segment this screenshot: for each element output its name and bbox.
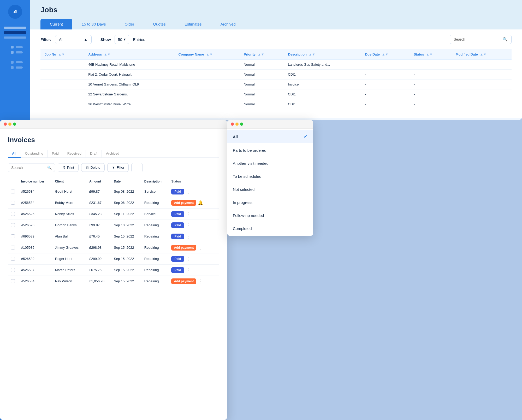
dropdown-item[interactable]: In progress bbox=[227, 197, 313, 208]
row-checkbox[interactable] bbox=[11, 246, 15, 249]
inv-tab-all[interactable]: All bbox=[8, 150, 21, 158]
dropdown-item[interactable]: Another visit needed bbox=[227, 157, 313, 169]
row-more-icon[interactable]: ⋮ bbox=[186, 234, 191, 239]
col-invoice-no[interactable]: Invoice number bbox=[18, 177, 52, 186]
inv-tab-paid[interactable]: Paid bbox=[48, 150, 63, 158]
cell-inv-date: Sep 15, 2022 bbox=[111, 242, 141, 253]
cell-inv-date: Sep 15, 2022 bbox=[111, 264, 141, 276]
col-amount[interactable]: Amount bbox=[86, 177, 111, 186]
dropdown-item[interactable]: Follow-up needed bbox=[227, 210, 313, 221]
filter-button[interactable]: ▼ Filter bbox=[107, 163, 129, 172]
col-date[interactable]: Date bbox=[111, 177, 141, 186]
delete-icon: 🗑 bbox=[86, 166, 89, 169]
delete-button[interactable]: 🗑 Delete bbox=[81, 163, 105, 172]
invoices-search[interactable]: 🔍 bbox=[8, 163, 55, 172]
dropdown-item[interactable]: Completed bbox=[227, 223, 313, 234]
sidebar-item-6[interactable] bbox=[16, 61, 23, 63]
row-more-icon[interactable]: ⋮ bbox=[186, 211, 191, 217]
status-badge-add[interactable]: Add payment bbox=[171, 200, 196, 206]
tab-archived[interactable]: Archived bbox=[211, 19, 245, 29]
row-checkbox[interactable] bbox=[11, 190, 15, 193]
row-more-icon[interactable]: ⋮ bbox=[198, 278, 203, 284]
bell-icon[interactable]: 🔔 bbox=[198, 200, 203, 205]
col-client[interactable]: Client bbox=[52, 177, 86, 186]
jobs-search-box[interactable]: 🔍 bbox=[450, 35, 512, 44]
status-badge-add[interactable]: Add payment bbox=[171, 278, 196, 284]
row-checkbox[interactable] bbox=[11, 212, 15, 216]
dropdown-close-dot[interactable] bbox=[231, 123, 234, 126]
row-more-icon[interactable]: ⋮ bbox=[186, 189, 191, 194]
col-inv-desc[interactable]: Description bbox=[141, 177, 168, 186]
col-due-date[interactable]: Due Date ▲▼ bbox=[361, 49, 410, 60]
sidebar-dot-1 bbox=[11, 46, 14, 48]
tab-estimates[interactable]: Estimates bbox=[175, 19, 211, 29]
invoice-table-row[interactable]: #256584 Bobby More £231.67 Sep 06, 2022 … bbox=[8, 197, 219, 208]
row-checkbox[interactable] bbox=[11, 201, 15, 205]
col-address[interactable]: Address ▲▼ bbox=[84, 49, 174, 60]
invoice-table-row[interactable]: #526534 Ray Wilson £1,056.78 Sep 15, 202… bbox=[8, 276, 219, 287]
sort-job-no-icon: ▲▼ bbox=[58, 52, 65, 56]
window-minimize-dot[interactable] bbox=[8, 123, 11, 126]
jobs-table-row[interactable]: 10 Vernet Gardens, Oldham, OL9 Normal In… bbox=[40, 80, 512, 89]
show-select[interactable]: 50 ▾ bbox=[115, 35, 129, 44]
invoice-table-row[interactable]: #526587 Martin Peters £675.75 Sep 15, 20… bbox=[8, 264, 219, 276]
invoices-search-input[interactable] bbox=[11, 166, 45, 170]
sidebar-item-3[interactable] bbox=[4, 36, 26, 39]
col-job-no[interactable]: Job No ▲▼ bbox=[40, 49, 84, 60]
col-modified[interactable]: Modified Date ▲▼ bbox=[452, 49, 512, 60]
row-more-icon[interactable]: ⋮ bbox=[186, 267, 191, 273]
invoice-table-row[interactable]: #526589 Roger Hunt £299.99 Sep 15, 2022 … bbox=[8, 253, 219, 264]
row-checkbox[interactable] bbox=[11, 279, 15, 283]
jobs-table-row[interactable]: 46B Hackney Road, Maidstone Normal Landl… bbox=[40, 60, 512, 70]
col-priority[interactable]: Priority ▲▼ bbox=[240, 49, 284, 60]
jobs-search-input[interactable] bbox=[454, 37, 501, 41]
jobs-table-row[interactable]: Flat 2, Cedar Court, Hainault Normal CDI… bbox=[40, 70, 512, 80]
cell-job-no bbox=[40, 89, 84, 99]
row-more-icon[interactable]: ⋮ bbox=[198, 245, 203, 251]
dropdown-item[interactable]: Not selected bbox=[227, 184, 313, 195]
sidebar-item-4[interactable] bbox=[16, 46, 23, 48]
invoice-table-row[interactable]: #696589 Alan Ball £76.45 Sep 15, 2022 Re… bbox=[8, 231, 219, 242]
print-button[interactable]: 🖨 Print bbox=[58, 163, 79, 172]
status-badge-add[interactable]: Add payment bbox=[171, 245, 196, 251]
inv-tab-received[interactable]: Received bbox=[63, 150, 86, 158]
filter-select[interactable]: All ▲ bbox=[55, 35, 92, 44]
row-more-icon[interactable]: ⋮ bbox=[186, 256, 191, 262]
jobs-table-row[interactable]: 36 Westminster Drive, Wirral, Normal CDI… bbox=[40, 99, 512, 109]
col-inv-status[interactable]: Status bbox=[168, 177, 219, 186]
col-status[interactable]: Status ▲▼ bbox=[410, 49, 452, 60]
col-company[interactable]: Company Name ▲▼ bbox=[174, 49, 240, 60]
sidebar-item-5[interactable] bbox=[16, 51, 23, 53]
row-checkbox[interactable] bbox=[11, 234, 15, 238]
row-checkbox[interactable] bbox=[11, 223, 15, 227]
invoice-table-row[interactable]: #526534 Geoff Hurst £99.87 Sep 08, 2022 … bbox=[8, 186, 219, 197]
invoice-table-row[interactable]: #526525 Nobby Stiles £345.23 Sep 11, 202… bbox=[8, 208, 219, 220]
sidebar-item-2[interactable] bbox=[4, 31, 26, 34]
jobs-table-row[interactable]: 22 Sewardstone Gardens, Normal CDI1 - - bbox=[40, 89, 512, 99]
row-more-icon[interactable]: ⋮ bbox=[186, 222, 191, 228]
dropdown-item[interactable]: All ✓ bbox=[227, 130, 313, 143]
window-close-dot[interactable] bbox=[4, 123, 7, 126]
tab-older[interactable]: Older bbox=[115, 19, 144, 29]
sidebar-item-1[interactable] bbox=[4, 27, 26, 29]
tab-current[interactable]: Current bbox=[40, 19, 72, 29]
dropdown-expand-dot[interactable] bbox=[240, 123, 243, 126]
sidebar-logo[interactable] bbox=[8, 5, 22, 19]
row-more-icon[interactable]: ⋮ bbox=[205, 200, 209, 206]
tab-15-30[interactable]: 15 to 30 Days bbox=[72, 19, 115, 29]
more-options-button[interactable]: ⋮ bbox=[131, 163, 143, 172]
col-description[interactable]: Description ▲▼ bbox=[284, 49, 361, 60]
invoice-table-row[interactable]: #526520 Gordon Banks £99.87 Sep 10, 2022… bbox=[8, 220, 219, 231]
inv-tab-archived[interactable]: Archived bbox=[102, 150, 123, 158]
tab-quotes[interactable]: Quotes bbox=[144, 19, 175, 29]
dropdown-minimize-dot[interactable] bbox=[235, 123, 239, 126]
dropdown-item[interactable]: To be scheduled bbox=[227, 171, 313, 182]
dropdown-item[interactable]: Parts to be ordered bbox=[227, 144, 313, 156]
invoice-table-row[interactable]: #105986 Jimmy Greaves £298.98 Sep 15, 20… bbox=[8, 242, 219, 253]
row-checkbox[interactable] bbox=[11, 257, 15, 261]
inv-tab-draft[interactable]: Draft bbox=[86, 150, 102, 158]
sidebar-item-7[interactable] bbox=[16, 66, 23, 69]
row-checkbox[interactable] bbox=[11, 268, 15, 272]
window-expand-dot[interactable] bbox=[13, 123, 16, 126]
inv-tab-outstanding[interactable]: Outstanding bbox=[21, 150, 48, 158]
